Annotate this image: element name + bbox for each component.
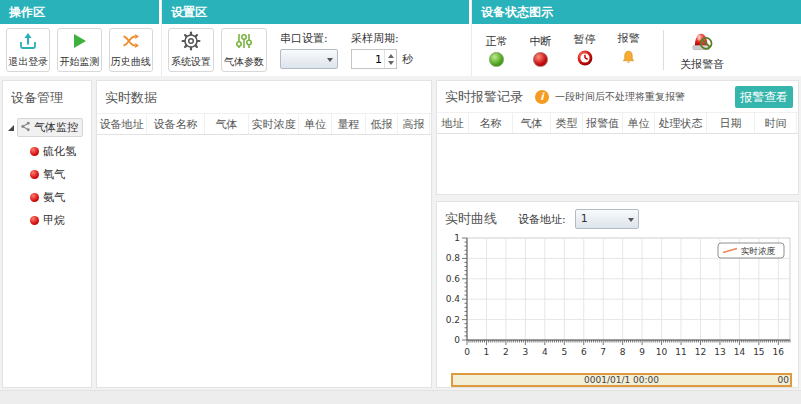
chevron-down-icon	[628, 218, 634, 222]
device-management-panel: 设备管理 气体监控	[2, 80, 92, 388]
main-area: 设备管理 气体监控	[2, 80, 799, 388]
svg-text:8: 8	[620, 347, 626, 357]
red-dot-icon	[30, 216, 39, 225]
column-header: 高报	[398, 114, 430, 134]
tree-item-label: 氧气	[43, 167, 65, 182]
device-panel-title: 设备管理	[3, 81, 91, 113]
svg-text:3: 3	[523, 347, 529, 357]
start-monitor-button[interactable]: 开始监测	[57, 28, 101, 72]
svg-text:16: 16	[773, 347, 785, 357]
alarm-panel-header: 实时报警记录 i 一段时间后不处理将重复报警 报警查看	[437, 81, 798, 112]
status-alarm: 报警	[610, 31, 647, 69]
svg-text:0.2: 0.2	[446, 315, 460, 325]
tree-item-o2[interactable]: 氧气	[4, 163, 90, 186]
sampling-period-label: 采样周期:	[351, 31, 413, 46]
curve-panel-title: 实时曲线	[445, 210, 497, 228]
settings-controls: 系统设置 气体参数 串口设置:	[162, 24, 469, 76]
app-window: 操作区 退出登录 开始监测	[0, 0, 801, 404]
tree-item-label: 甲烷	[43, 213, 65, 228]
svg-text:1: 1	[484, 347, 490, 357]
history-curve-icon	[121, 31, 141, 54]
chart-scroll-label-right: 00	[778, 375, 789, 386]
red-dot-icon	[30, 193, 39, 202]
status-interrupt-label: 中断	[530, 34, 552, 49]
svg-text:12: 12	[695, 347, 706, 357]
tree-item-label: 硫化氢	[43, 144, 76, 159]
tree-item-nh3[interactable]: 氨气	[4, 186, 90, 209]
mute-alarm-button[interactable]: 关报警音	[680, 29, 724, 72]
history-curve-button[interactable]: 历史曲线	[109, 28, 153, 72]
realtime-data-body	[97, 135, 431, 387]
gas-params-label: 气体参数	[224, 55, 264, 69]
siren-mute-icon	[689, 29, 715, 56]
toolbar-section-settings: 设置区	[161, 0, 469, 76]
status-divider	[663, 30, 664, 70]
red-status-icon	[533, 52, 548, 67]
column-header: 报警值	[583, 113, 623, 133]
toolbar-section-status: 设备状态图示 正常 中断 暂停	[471, 0, 801, 76]
chart-scrollbar[interactable]: 0001/01/1 00:00 00	[451, 373, 792, 387]
device-address-value: 1	[581, 212, 588, 225]
sampling-unit-label: 秒	[402, 52, 413, 67]
column-header: 单位	[623, 113, 655, 133]
chart-scroll-label: 0001/01/1 00:00	[453, 375, 790, 386]
logout-button[interactable]: 退出登录	[6, 28, 50, 72]
sampling-period-input[interactable]	[352, 50, 384, 68]
svg-text:0.8: 0.8	[446, 253, 461, 263]
svg-text:2: 2	[503, 347, 509, 357]
realtime-data-panel: 实时数据 设备地址 设备名称 气体 实时浓度 单位 量程 低报 高报	[96, 80, 432, 388]
serial-port-select[interactable]	[280, 49, 338, 69]
realtime-curve-panel: 实时曲线 设备地址: 1 00.20.40.60.810123456789101…	[436, 201, 799, 388]
toolbar: 操作区 退出登录 开始监测	[0, 0, 801, 76]
alarm-table-header: 地址 名称 气体 类型 报警值 单位 处理状态 日期 时间	[437, 112, 798, 134]
device-address-label: 设备地址:	[518, 212, 566, 227]
status-pause-label: 暂停	[574, 32, 596, 47]
device-address-select[interactable]: 1	[575, 209, 639, 229]
column-header: 设备名称	[147, 114, 205, 134]
column-header: 名称	[469, 113, 513, 133]
history-curve-label: 历史曲线	[111, 55, 151, 69]
sampling-period-stepper[interactable]	[351, 49, 397, 69]
svg-text:9: 9	[639, 347, 645, 357]
pause-clock-icon	[577, 50, 593, 69]
status-alarm-label: 报警	[618, 31, 640, 46]
tree-expand-icon[interactable]	[8, 125, 14, 131]
alarm-view-button[interactable]: 报警查看	[735, 86, 793, 108]
status-pause: 暂停	[566, 32, 603, 69]
svg-text:0.4: 0.4	[446, 294, 461, 304]
system-settings-button[interactable]: 系统设置	[168, 28, 214, 72]
spinner-buttons[interactable]	[384, 50, 396, 68]
column-header: 低报	[366, 114, 398, 134]
right-column: 实时报警记录 i 一段时间后不处理将重复报警 报警查看 地址 名称 气体 类型 …	[436, 80, 799, 388]
toolbar-section-operation: 操作区 退出登录 开始监测	[0, 0, 159, 76]
svg-text:14: 14	[734, 347, 746, 357]
operation-buttons: 退出登录 开始监测	[0, 24, 159, 76]
svg-text:15: 15	[753, 347, 764, 357]
svg-text:13: 13	[714, 347, 725, 357]
serial-port-field: 串口设置:	[280, 31, 338, 69]
column-header: 时间	[755, 113, 797, 133]
curve-chart-area: 00.20.40.60.81012345678910111213141516实时…	[443, 232, 796, 372]
logout-label: 退出登录	[8, 55, 48, 69]
svg-text:4: 4	[542, 347, 548, 357]
section-title-settings: 设置区	[162, 0, 469, 24]
info-icon: i	[535, 90, 549, 104]
svg-text:1: 1	[454, 233, 460, 243]
chevron-down-icon	[327, 58, 333, 62]
curve-panel-header: 实时曲线 设备地址: 1	[437, 202, 798, 231]
tree-node-gas-monitoring[interactable]: 气体监控	[4, 115, 90, 140]
svg-text:5: 5	[561, 347, 567, 357]
system-settings-label: 系统设置	[171, 55, 211, 69]
spin-down-icon[interactable]	[388, 61, 394, 65]
alarm-records-panel: 实时报警记录 i 一段时间后不处理将重复报警 报警查看 地址 名称 气体 类型 …	[436, 80, 799, 195]
column-header: 处理状态	[655, 113, 707, 133]
tree-item-ch4[interactable]: 甲烷	[4, 209, 90, 232]
tree-root-label: 气体监控	[34, 120, 78, 135]
column-header: 单位	[299, 114, 332, 134]
gas-params-button[interactable]: 气体参数	[221, 28, 267, 72]
tree-item-h2s[interactable]: 硫化氢	[4, 140, 90, 163]
alarm-table-body	[437, 134, 798, 194]
svg-text:0: 0	[454, 335, 460, 345]
spin-up-icon[interactable]	[388, 54, 394, 58]
svg-text:0: 0	[464, 347, 470, 357]
